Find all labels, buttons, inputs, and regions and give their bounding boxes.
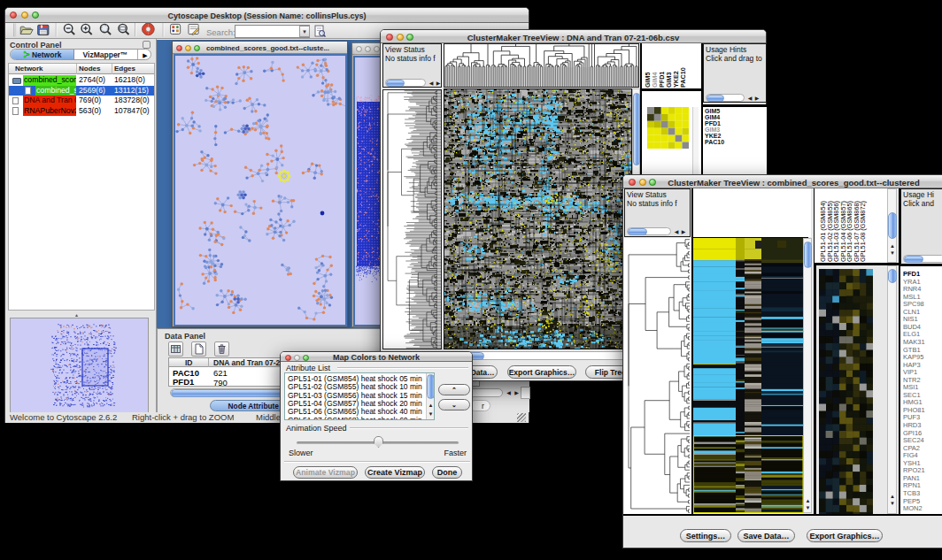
svg-text:GPL51-08 (GSM872): GPL51-08 (GSM872) (859, 201, 867, 262)
svg-text:PAC10: PAC10 (679, 67, 687, 88)
